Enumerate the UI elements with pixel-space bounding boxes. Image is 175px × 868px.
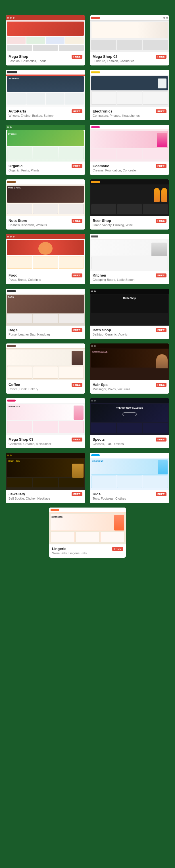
free-badge-kitchen: FREE <box>156 274 167 277</box>
card-title-hair-spa: Hair Spa <box>93 382 108 387</box>
card-title-organic: Organic <box>8 164 22 168</box>
card-title-autoparts: AutoParts <box>8 109 26 113</box>
card-label-row: Kitchen FREE <box>90 271 169 278</box>
free-badge-hair-spa: FREE <box>156 383 167 387</box>
card-label-row: Mega Shop 02 FREE <box>90 52 169 59</box>
free-badge-electronics: FREE <box>156 110 167 113</box>
free-badge-kids: FREE <box>156 492 167 496</box>
card-subtitle-electronics: Computers, Phones, Headphones <box>90 114 169 117</box>
free-badge-cosmatic: FREE <box>156 164 167 168</box>
card-lingerie: SWIM SETS Lingerie FREE Swim Sets, Linge… <box>49 507 126 558</box>
card-title-kitchen: Kitchen <box>93 273 106 277</box>
card-thumbnail-mega-shop-02 <box>90 15 169 52</box>
card-label-row: Organic FREE <box>6 161 85 168</box>
card-subtitle-mega-shop-02: Furniture, Fashion, Cosmatics <box>90 59 169 63</box>
free-badge-bath-shop: FREE <box>156 328 167 332</box>
card-subtitle-mega-shop: Fashion, Cosmetics, Foods <box>6 59 85 63</box>
card-label-row: Coffee FREE <box>6 380 85 388</box>
card-bath-shop: Bath Shop Bath Shop FREE Bathtub, Cerami… <box>90 289 169 339</box>
card-label-row: Mega Shop 03 FREE <box>6 435 85 442</box>
card-thumbnail-electronics <box>90 70 169 107</box>
card-mega-shop: Mega Shop FREE Fashion, Cosmetics, Foods <box>6 15 85 65</box>
card-label-row: Hair Spa FREE <box>90 380 169 388</box>
card-thumbnail-bags: BAGS <box>6 289 85 326</box>
card-title-nuts-store: Nuts Store <box>8 218 27 223</box>
card-thumbnail-mega-shop-03: COSMETICS <box>6 398 85 435</box>
card-coffee: Coffee FREE Coffee, Drink, Bakery <box>6 343 85 394</box>
card-label-row: Beer Shop FREE <box>90 216 169 223</box>
card-subtitle-food: Pizza, Bread, Coldrinks <box>6 278 85 281</box>
free-badge-spects: FREE <box>156 438 167 441</box>
card-thumbnail-mega-shop <box>6 15 85 52</box>
card-kitchen: Kitchen FREE Chopping Board, Ladle Spoon <box>90 234 169 284</box>
card-subtitle-organic: Organic, Fruits, Plants <box>6 168 85 172</box>
card-subtitle-kids: Toys, Footwear, Clothes <box>90 497 169 500</box>
card-organic: Organic Organic FREE Organic, Fruits, Pl… <box>6 125 85 175</box>
card-label-row: Lingerie FREE <box>49 545 126 552</box>
card-title-coffee: Coffee <box>8 382 20 387</box>
card-subtitle-mega-shop-03: Cosmetic, Creams, Moisturiser <box>6 442 85 445</box>
card-title-beer-shop: Beer Shop <box>93 218 111 223</box>
card-beer-shop: Beer Shop FREE Grape Variety, Pruning, W… <box>90 179 169 229</box>
free-badge-nuts-store: FREE <box>72 219 82 223</box>
last-card-row: SWIM SETS Lingerie FREE Swim Sets, Linge… <box>6 507 169 558</box>
card-title-bath-shop: Bath Shop <box>93 328 111 332</box>
card-subtitle-nuts-store: Cashew, Kishmish, Walnuts <box>6 223 85 227</box>
card-label-row: Kids FREE <box>90 490 169 497</box>
card-thumbnail-jewellery: JEWELLERY <box>6 453 85 490</box>
card-title-bags: Bags <box>8 328 18 332</box>
card-thumbnail-kids: KIDS WEAR <box>90 453 169 490</box>
card-subtitle-lingerie: Swim Sets, Lingerie Sets <box>49 552 126 555</box>
card-mega-shop-03: COSMETICS Mega Shop 03 FREE Cosmetic, Cr… <box>6 398 85 448</box>
card-thumbnail-kitchen <box>90 234 169 271</box>
card-label-row: Bags FREE <box>6 326 85 333</box>
card-thumbnail-bath-shop: Bath Shop <box>90 289 169 326</box>
card-nuts-store: NUTS STORE Nuts Store FREE Cashew, Kishm… <box>6 179 85 229</box>
page-wrapper: Mega Shop FREE Fashion, Cosmetics, Foods… <box>0 0 175 569</box>
free-badge-beer-shop: FREE <box>156 219 167 223</box>
card-subtitle-beer-shop: Grape Variety, Pruning, Wine <box>90 223 169 227</box>
card-thumbnail-spects: TRENDY NEW GLASSES <box>90 398 169 435</box>
card-subtitle-coffee: Coffee, Drink, Bakery <box>6 388 85 391</box>
card-title-lingerie: Lingerie <box>52 547 67 551</box>
card-title-electronics: Electronics <box>93 109 112 113</box>
free-badge-organic: FREE <box>72 164 82 168</box>
card-title-mega-shop: Mega Shop <box>8 54 28 59</box>
card-thumbnail-coffee <box>6 343 85 380</box>
card-mega-shop-02: Mega Shop 02 FREE Furniture, Fashion, Co… <box>90 15 169 65</box>
card-label-row: Electronics FREE <box>90 107 169 114</box>
free-badge-food: FREE <box>72 274 82 277</box>
card-title-food: Food <box>8 273 18 277</box>
card-subtitle-kitchen: Chopping Board, Ladle Spoon <box>90 278 169 281</box>
card-food: Food FREE Pizza, Bread, Coldrinks <box>6 234 85 284</box>
card-label-row: AutoParts FREE <box>6 107 85 114</box>
card-thumbnail-food <box>6 234 85 271</box>
card-thumbnail-lingerie: SWIM SETS <box>49 507 126 545</box>
card-title-mega-shop-02: Mega Shop 02 <box>93 54 117 59</box>
card-title-spects: Spects <box>93 437 105 441</box>
card-title-kids: Kids <box>93 492 101 496</box>
card-thumbnail-hair-spa: HAIR MASSAGE <box>90 343 169 380</box>
card-label-row: Jewellery FREE <box>6 490 85 497</box>
card-label-row: Bath Shop FREE <box>90 326 169 333</box>
card-label-row: Food FREE <box>6 271 85 278</box>
card-subtitle-hair-spa: Massager, Poles, Vacuums <box>90 388 169 391</box>
card-hair-spa: HAIR MASSAGE Hair Spa FREE Massager, Pol… <box>90 343 169 394</box>
free-badge-coffee: FREE <box>72 383 82 387</box>
card-kids: KIDS WEAR Kids FREE Toys, Footwear, Clot… <box>90 453 169 503</box>
free-badge-lingerie: FREE <box>112 547 123 551</box>
free-badge-jewellery: FREE <box>72 492 82 496</box>
card-subtitle-spects: Glasses, Flat, Rimless <box>90 442 169 445</box>
card-subtitle-jewellery: Bell Buckle, Choker, Necklace <box>6 497 85 500</box>
card-label-row: Spects FREE <box>90 435 169 442</box>
free-badge-bags: FREE <box>72 328 82 332</box>
free-badge-mega-shop-03: FREE <box>72 438 82 441</box>
card-label-row: Mega Shop FREE <box>6 52 85 59</box>
card-cosmatic: Cosmatic FREE Creams, Foundation, Concea… <box>90 125 169 175</box>
card-thumbnail-beer-shop <box>90 179 169 216</box>
card-label-row: Cosmatic FREE <box>90 161 169 168</box>
card-thumbnail-cosmatic <box>90 125 169 161</box>
card-jewellery: JEWELLERY Jewellery FREE Bell Buckle, Ch… <box>6 453 85 503</box>
card-thumbnail-autoparts: AutoParts <box>6 70 85 107</box>
cards-grid: Mega Shop FREE Fashion, Cosmetics, Foods… <box>6 15 169 503</box>
